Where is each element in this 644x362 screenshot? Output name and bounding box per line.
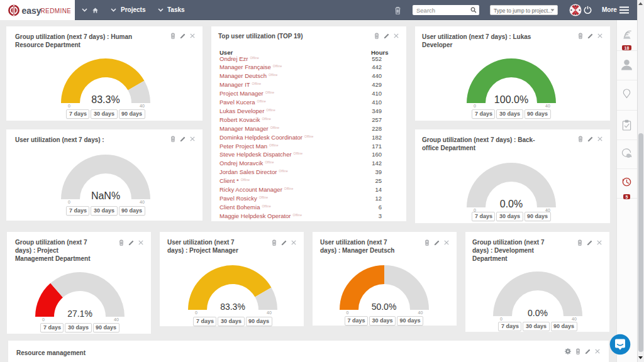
svg-text:easy: easy (22, 6, 42, 16)
svg-text:REDMINE: REDMINE (41, 8, 71, 14)
